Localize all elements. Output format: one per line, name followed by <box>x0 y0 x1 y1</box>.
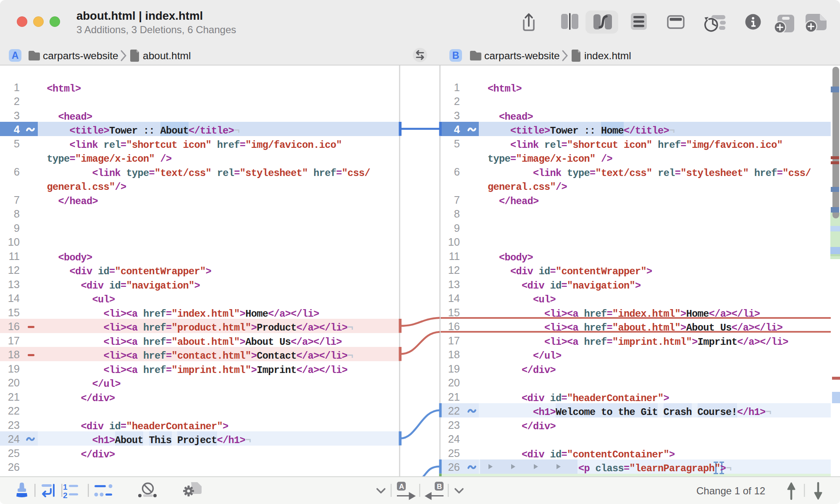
svg-text:1: 1 <box>63 483 68 491</box>
svg-text:B: B <box>437 483 442 491</box>
svg-text:A: A <box>399 483 404 491</box>
svg-text:2: 2 <box>63 491 68 500</box>
